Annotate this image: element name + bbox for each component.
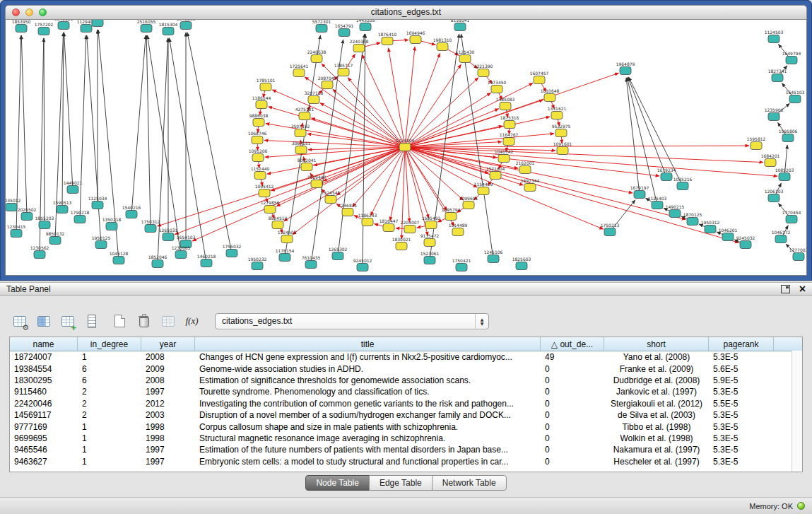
graph-node[interactable]: 1099691: [459, 196, 478, 209]
graph-node[interactable]: 1230415: [7, 224, 26, 238]
graph-node[interactable]: 1852046: [148, 255, 167, 268]
graph-node[interactable]: 1377003: [789, 247, 806, 261]
graph-edge[interactable]: [348, 78, 405, 147]
show-columns-button[interactable]: [34, 312, 53, 330]
graph-node[interactable]: 2026502: [18, 207, 37, 221]
graph-node[interactable]: 1221390: [474, 64, 493, 77]
column-settings-button[interactable]: ⚙: [10, 312, 29, 330]
graph-node[interactable]: 2516055: [137, 20, 156, 33]
graph-node[interactable]: 3257163: [305, 90, 324, 104]
graph-edge[interactable]: [187, 33, 232, 253]
table-scrollbar[interactable]: [792, 351, 802, 472]
graph-node[interactable]: 1815304: [159, 22, 178, 35]
graph-node[interactable]: 1540216: [122, 205, 141, 218]
graph-node[interactable]: 1245106: [484, 250, 503, 263]
graph-node[interactable]: 1654791: [335, 23, 354, 37]
graph-node[interactable]: 1595812: [747, 136, 766, 150]
graph-node[interactable]: 1750421: [452, 258, 471, 271]
graph-edge[interactable]: [362, 54, 405, 147]
graph-node[interactable]: 1750312: [141, 219, 160, 233]
graph-node[interactable]: 1790218: [71, 210, 90, 223]
graph-node[interactable]: 1045128: [110, 251, 129, 264]
graph-node[interactable]: 1950232: [248, 257, 267, 270]
graph-edge[interactable]: [405, 146, 749, 147]
graph-edge[interactable]: [131, 35, 146, 214]
graph-node[interactable]: 1973450: [488, 80, 507, 93]
function-builder-button[interactable]: f(x): [182, 312, 201, 330]
network-window-titlebar[interactable]: citations_edges.txt: [5, 5, 807, 20]
graph-edge[interactable]: [21, 35, 27, 216]
graph-node[interactable]: 1235065: [172, 245, 191, 259]
graph-node[interactable]: 1684201: [761, 153, 780, 167]
graph-edge[interactable]: [405, 147, 477, 187]
graph-node[interactable]: 2240358: [350, 39, 369, 52]
graph-node[interactable]: 2240638: [307, 49, 326, 63]
table-row[interactable]: 1872400712008Changes of HCN gene express…: [10, 351, 802, 363]
graph-node[interactable]: 1785101: [257, 78, 276, 91]
graph-edge[interactable]: [405, 53, 440, 147]
table-row[interactable]: 911546021997Tourette syndrome. Phenomeno…: [10, 386, 802, 397]
graph-node[interactable]: 1490215: [666, 204, 685, 218]
graph-node[interactable]: 9245012: [353, 258, 372, 271]
graph-node[interactable]: 1755032: [223, 244, 242, 257]
graph-edge[interactable]: [405, 109, 499, 147]
graph-node[interactable]: 2087043: [318, 76, 337, 89]
graph-edge[interactable]: [405, 64, 461, 147]
graph-node[interactable]: 1206103: [765, 189, 784, 202]
graph-node[interactable]: 1164767: [500, 132, 519, 146]
column-header-title[interactable]: title: [195, 337, 541, 351]
graph-node[interactable]: 1235906: [765, 107, 784, 121]
graph-node[interactable]: 8924512: [269, 216, 288, 229]
table-row[interactable]: 946362711997Embryonic stem cells: a mode…: [10, 456, 802, 467]
graph-node[interactable]: 1855203: [35, 216, 54, 229]
graph-node[interactable]: 1941205: [177, 20, 196, 30]
graph-node[interactable]: 1125034: [88, 196, 107, 209]
graph-node[interactable]: 1460218: [197, 254, 216, 267]
graph-node[interactable]: 1279856: [261, 200, 280, 214]
tab-edge-table[interactable]: Edge Table: [369, 475, 433, 491]
graph-node[interactable]: 1125430: [456, 49, 475, 63]
graph-node[interactable]: 1607457: [530, 71, 549, 84]
graph-node[interactable]: 2162001: [516, 160, 535, 174]
graph-node[interactable]: 5572301: [312, 20, 331, 33]
graph-edge[interactable]: [16, 35, 21, 233]
graph-edge[interactable]: [405, 117, 550, 147]
table-row[interactable]: 2242004622012Investigating the contribut…: [10, 398, 802, 409]
graph-node[interactable]: 1514489: [449, 223, 468, 236]
graph-edge[interactable]: [44, 38, 45, 225]
tab-network-table[interactable]: Network Table: [432, 475, 507, 491]
column-header-in_degree[interactable]: in_degree: [78, 337, 141, 351]
close-window-button[interactable]: [12, 8, 20, 16]
graph-node[interactable]: 1757202: [35, 22, 54, 35]
column-header-year[interactable]: year: [141, 337, 195, 351]
graph-node[interactable]: 1095412: [255, 184, 274, 197]
graph-node[interactable]: 1964879: [616, 62, 635, 75]
graph-node[interactable]: 1040742: [495, 149, 514, 163]
graph-edge[interactable]: [272, 90, 405, 147]
column-header-out_de[interactable]: △ out_de...: [541, 337, 604, 351]
table-select-dropdown[interactable]: citations_edges.txt ▲▼: [215, 313, 489, 329]
row-height-button[interactable]: [82, 312, 101, 330]
table-row[interactable]: 1456911722003Disruption of a novel membe…: [10, 409, 802, 421]
graph-edge[interactable]: [405, 47, 415, 147]
graph-node[interactable]: 1590513: [53, 200, 72, 214]
table-row[interactable]: 977716911998Corpus callosum shape and si…: [10, 421, 802, 432]
graph-node[interactable]: 1485083: [496, 97, 515, 110]
graph-node[interactable]: 1725641: [290, 64, 309, 77]
column-header-pagerank[interactable]: pagerank: [709, 337, 774, 351]
graph-node[interactable]: 1125403: [648, 196, 667, 209]
graph-node[interactable]: 1176154: [276, 248, 295, 262]
graph-node[interactable]: 1124503: [765, 30, 784, 43]
graph-node[interactable]: 1825603: [512, 257, 531, 270]
graph-node[interactable]: 1068746: [248, 131, 267, 144]
graph-node[interactable]: 1981310: [433, 37, 452, 51]
graph-node[interactable]: 9886038: [249, 113, 269, 127]
column-header-name[interactable]: name: [10, 337, 78, 351]
graph-node[interactable]: 1046172: [772, 230, 791, 243]
graph-node[interactable]: 1154409: [474, 182, 493, 195]
graph-node[interactable]: 1246831: [339, 203, 358, 216]
graph-node[interactable]: 1816447: [379, 218, 399, 232]
graph-edge[interactable]: [64, 33, 73, 189]
graph-node[interactable]: 7610435: [302, 255, 321, 269]
graph-node[interactable]: 9948320: [54, 20, 73, 30]
